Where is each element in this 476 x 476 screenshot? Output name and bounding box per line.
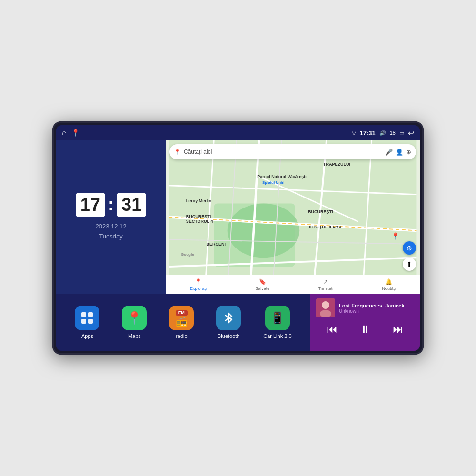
- account-icon[interactable]: 👤: [396, 149, 403, 156]
- app-item-radio[interactable]: FM 📻 radio: [169, 306, 194, 339]
- car-display-device: ⌂ 📍 ▽ 17:31 🔊 18 ▭ ↩ 17 :: [52, 121, 424, 355]
- map-location-marker: 📍: [391, 232, 399, 240]
- mic-icon[interactable]: 🎤: [385, 149, 393, 156]
- maps-icon: 📍: [122, 306, 147, 330]
- apps-icon: [75, 306, 99, 330]
- app-item-maps[interactable]: 📍 Maps: [122, 306, 147, 339]
- maps-pin-icon[interactable]: 📍: [71, 129, 79, 137]
- explore-label: Explorați: [190, 286, 207, 291]
- svg-rect-17: [81, 319, 86, 324]
- radio-label: radio: [176, 333, 187, 339]
- map-nav-saved[interactable]: 🔖 Salvate: [255, 278, 269, 291]
- clock-date: 2023.12.12 Tuesday: [95, 222, 126, 242]
- music-text: Lost Frequencies_Janieck Devy-... Unknow…: [339, 303, 414, 314]
- map-nav-news[interactable]: 🔔 Noutăți: [382, 278, 396, 291]
- bluetooth-label: Bluetooth: [218, 333, 239, 339]
- radio-icon: FM 📻: [169, 306, 194, 330]
- explore-icon: 📍: [195, 278, 202, 285]
- back-icon[interactable]: ↩: [408, 129, 414, 138]
- volume-icon: 🔊: [379, 130, 386, 136]
- music-artist: Unknown: [339, 308, 414, 314]
- map-nav-explore[interactable]: 📍 Explorați: [190, 278, 207, 291]
- bottom-row: Apps 📍 Maps FM 📻: [56, 294, 420, 351]
- home-icon[interactable]: ⌂: [62, 129, 67, 137]
- play-pause-button[interactable]: ⏸: [360, 323, 370, 336]
- news-icon: 🔔: [385, 278, 392, 285]
- map-search-icons: 🎤 👤 ⊕: [385, 149, 411, 156]
- map-svg: [166, 140, 420, 294]
- main-content: 17 : 31 2023.12.12 Tuesday: [56, 140, 420, 351]
- svg-rect-18: [88, 319, 93, 324]
- share-icon: ↗: [323, 278, 328, 285]
- status-left-icons: ⌂ 📍: [62, 129, 79, 137]
- saved-icon: 🔖: [259, 278, 266, 285]
- clock-panel: 17 : 31 2023.12.12 Tuesday: [56, 140, 166, 294]
- status-time: 17:31: [360, 129, 376, 137]
- map-nav-bar: 📍 Explorați 🔖 Salvate ↗ Trimiteți 🔔: [166, 275, 420, 294]
- music-controls: ⏮ ⏸ ⏭: [316, 323, 414, 336]
- signal-icon: ▽: [352, 129, 356, 136]
- clock-hour: 17: [76, 193, 105, 217]
- next-button[interactable]: ⏭: [393, 323, 403, 336]
- map-nav-share[interactable]: ↗ Trimiteți: [318, 278, 334, 291]
- clock-minute: 31: [117, 193, 146, 217]
- svg-rect-15: [81, 312, 86, 317]
- music-info-row: Lost Frequencies_Janieck Devy-... Unknow…: [316, 298, 414, 317]
- clock-colon: :: [108, 195, 114, 215]
- apps-panel: Apps 📍 Maps FM 📻: [56, 294, 310, 351]
- app-item-apps[interactable]: Apps: [75, 306, 99, 339]
- layers-icon[interactable]: ⊕: [406, 149, 411, 156]
- battery-icon: ▭: [399, 130, 404, 136]
- top-row: 17 : 31 2023.12.12 Tuesday: [56, 140, 420, 294]
- carlink-label: Car Link 2.0: [263, 333, 291, 339]
- news-label: Noutăți: [382, 286, 396, 291]
- maps-label: Maps: [128, 333, 141, 339]
- music-panel: Lost Frequencies_Janieck Devy-... Unknow…: [310, 294, 420, 351]
- bluetooth-icon: [216, 306, 241, 330]
- battery-level: 18: [390, 130, 396, 136]
- app-item-bluetooth[interactable]: Bluetooth: [216, 306, 241, 339]
- carlink-icon: 📱: [265, 306, 290, 330]
- music-title: Lost Frequencies_Janieck Devy-...: [339, 303, 414, 308]
- screen: ⌂ 📍 ▽ 17:31 🔊 18 ▭ ↩ 17 :: [56, 125, 420, 351]
- svg-rect-16: [88, 312, 93, 317]
- apps-label: Apps: [81, 333, 93, 339]
- map-pin-logo: 📍: [174, 149, 181, 155]
- map-search-text[interactable]: Căutați aici: [184, 149, 382, 155]
- map-panel[interactable]: 📍 Căutați aici 🎤 👤 ⊕ BUCUREȘTI JUDEȚUL I…: [166, 140, 420, 294]
- map-searchbar[interactable]: 📍 Căutați aici 🎤 👤 ⊕: [169, 144, 416, 159]
- svg-point-22: [322, 301, 329, 309]
- map-compass[interactable]: ⬆: [403, 258, 416, 271]
- map-location-button[interactable]: ⊕: [403, 241, 416, 255]
- share-label: Trimiteți: [318, 286, 334, 291]
- status-bar: ⌂ 📍 ▽ 17:31 🔊 18 ▭ ↩: [56, 125, 420, 140]
- status-right-info: ▽ 17:31 🔊 18 ▭ ↩: [352, 129, 415, 138]
- clock-display: 17 : 31: [76, 193, 147, 217]
- prev-button[interactable]: ⏮: [327, 323, 337, 336]
- music-thumbnail: [316, 298, 335, 317]
- svg-point-23: [320, 310, 331, 317]
- saved-label: Salvate: [255, 286, 269, 291]
- app-item-carlink[interactable]: 📱 Car Link 2.0: [263, 306, 291, 339]
